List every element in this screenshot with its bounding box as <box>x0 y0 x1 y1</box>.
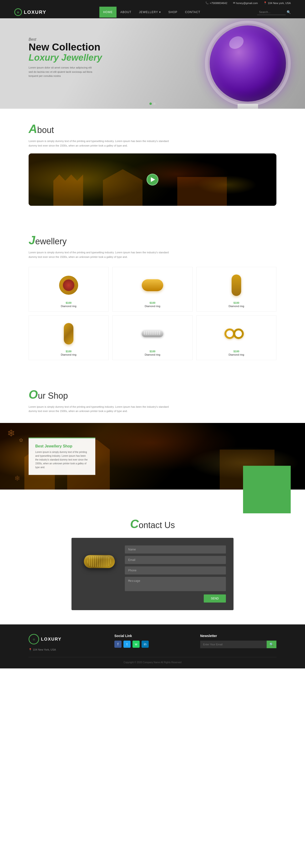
shop-overlay-desc: Lorem ipsum is simply dummy text of the … <box>35 450 89 469</box>
nav-item-jewellery[interactable]: JEWELLERY ▾ <box>135 7 164 18</box>
topbar: 📞 +75698834642 ✉ honey@gmail.com 📍 104 N… <box>0 0 305 6</box>
contact-message-input[interactable] <box>125 577 226 591</box>
contact-title: Contact Us <box>29 518 276 530</box>
contact-ring-image <box>79 546 117 579</box>
nav-item-about[interactable]: ABOUT <box>116 7 135 18</box>
jewellery-letter: J <box>29 234 35 247</box>
contact-email-input[interactable] <box>125 556 226 564</box>
jewellery-img-4 <box>33 319 105 348</box>
footer-logo-area: ◎ LOXURY 📍 104 New York, USA <box>29 634 105 651</box>
nav-menu: HOME ABOUT JEWELLERY ▾ SHOP CONTACT <box>100 7 204 18</box>
jewellery-card-2[interactable]: $100 Diamond ring <box>112 267 193 312</box>
card-name-4: Diamond ring <box>33 353 105 356</box>
logo: ◎ LOXURY <box>14 8 47 16</box>
shop-overlay-title: Best Jewellery Shop <box>35 444 89 448</box>
search-input[interactable] <box>257 9 286 15</box>
footer-top: ◎ LOXURY 📍 104 New York, USA Social Link… <box>29 634 276 657</box>
shop-overlay: Best Jewellery Shop Lorem ipsum is simpl… <box>29 438 95 475</box>
jewellery-card-6[interactable]: $100 Diamond ring <box>196 315 276 360</box>
newsletter-submit-button[interactable]: 🔍 <box>267 641 276 648</box>
jewellery-img-2 <box>116 271 189 300</box>
newsletter-form: 🔍 <box>200 641 276 648</box>
card-price-6: $100 <box>200 350 272 353</box>
shop-section: Our Shop Lorem ipsum is simply dummy tex… <box>0 374 305 504</box>
ring-icon-4 <box>64 323 74 344</box>
hero-description: Lorem ipsum dolor sit amet consec tetur … <box>29 66 95 78</box>
hero-title: New Collection <box>29 42 102 53</box>
hero-dot-1[interactable] <box>149 102 152 105</box>
hero-dots <box>149 102 156 105</box>
footer-newsletter-heading: Newsletter <box>200 634 276 638</box>
phone-icon: 📞 <box>205 1 209 4</box>
social-icons-group: f t w in <box>114 641 191 648</box>
nav-item-shop[interactable]: SHOP <box>165 7 181 18</box>
facebook-icon[interactable]: f <box>114 641 121 648</box>
nav-item-home[interactable]: HOME <box>100 7 116 18</box>
about-video[interactable] <box>29 153 276 206</box>
location-icon-footer: 📍 <box>29 648 32 651</box>
contact-submit-button[interactable]: SEND <box>204 594 226 602</box>
footer-copyright: Copyright © 2020 Company Name All Rights… <box>29 657 276 664</box>
footer-logo: ◎ LOXURY <box>29 634 61 644</box>
hero-brand: Loxury Jewellery <box>29 53 102 63</box>
card-price-1: $100 <box>33 301 105 304</box>
snowflake-1: ❄ <box>7 428 15 439</box>
whatsapp-icon[interactable]: w <box>133 641 140 648</box>
navbar: ◎ LOXURY HOME ABOUT JEWELLERY ▾ SHOP CON… <box>0 6 305 18</box>
footer-logo-icon: ◎ <box>29 634 39 644</box>
jewellery-card-4[interactable]: $100 Diamond ring <box>29 315 109 360</box>
topbar-phone: 📞 +75698834642 <box>205 1 227 4</box>
ring-icon-1 <box>59 276 78 295</box>
hero-dot-2[interactable] <box>153 102 156 105</box>
ring-band-gold <box>84 555 115 568</box>
about-letter: A <box>29 122 37 135</box>
contact-letter: C <box>130 517 139 531</box>
jewellery-card-1[interactable]: $100 Diamond ring <box>29 267 109 312</box>
shop-letter: O <box>29 388 38 401</box>
card-name-3: Diamond ring <box>200 305 272 308</box>
contact-form: SEND <box>125 546 226 602</box>
twitter-icon[interactable]: t <box>123 641 131 648</box>
shop-title: Our Shop <box>29 389 276 401</box>
footer-social: Social Link f t w in <box>114 634 191 651</box>
snowflake-2: ❄ <box>14 474 20 483</box>
card-price-4: $100 <box>33 350 105 353</box>
card-name-5: Diamond ring <box>116 353 189 356</box>
footer: ◎ LOXURY 📍 104 New York, USA Social Link… <box>0 624 305 669</box>
about-description: Lorem ipsum is simply dummy text of the … <box>29 139 172 148</box>
shop-section-header: Our Shop Lorem ipsum is simply dummy tex… <box>0 389 305 423</box>
gem-purple <box>210 26 286 101</box>
gem-highlight <box>227 34 246 51</box>
footer-logo-text: LOXURY <box>41 637 61 642</box>
linkedin-icon[interactable]: in <box>142 641 149 648</box>
footer-address: 📍 104 New York, USA <box>29 648 56 651</box>
hero-ring-container <box>205 21 291 106</box>
newsletter-input[interactable] <box>200 641 267 648</box>
jewellery-section: Jewellery Lorem ipsum is simply dummy te… <box>0 220 305 374</box>
contact-name-input[interactable] <box>125 546 226 554</box>
card-name-6: Diamond ring <box>200 353 272 356</box>
logo-icon: ◎ <box>14 8 22 16</box>
video-play-button[interactable] <box>146 174 159 186</box>
ring-icon-2 <box>142 279 163 291</box>
gold-ring-display <box>82 550 115 574</box>
search-button[interactable]: 🔍 <box>287 10 291 14</box>
location-icon: 📍 <box>264 1 267 4</box>
jewellery-card-3[interactable]: $100 Diamond ring <box>196 267 276 312</box>
contact-section: Contact Us SEND <box>0 504 305 624</box>
logo-text: LOXURY <box>24 9 47 15</box>
snowflake-3: ✿ <box>19 437 23 443</box>
jewellery-card-5[interactable]: $100 Diamond ring <box>112 315 193 360</box>
topbar-email: ✉ honey@gmail.com <box>233 1 258 4</box>
about-title: About <box>29 123 276 135</box>
ring-icon-3 <box>231 275 241 296</box>
card-name-2: Diamond ring <box>116 305 189 308</box>
contact-form-area: SEND <box>72 538 233 610</box>
jewellery-grid: $100 Diamond ring $100 Diamond ring $100… <box>29 267 276 360</box>
nav-item-contact[interactable]: CONTACT <box>181 7 204 18</box>
ring-icon-5 <box>142 331 163 337</box>
card-name-1: Diamond ring <box>33 305 105 308</box>
search-area: 🔍 <box>257 9 291 15</box>
play-icon <box>151 177 155 182</box>
contact-phone-input[interactable] <box>125 566 226 575</box>
